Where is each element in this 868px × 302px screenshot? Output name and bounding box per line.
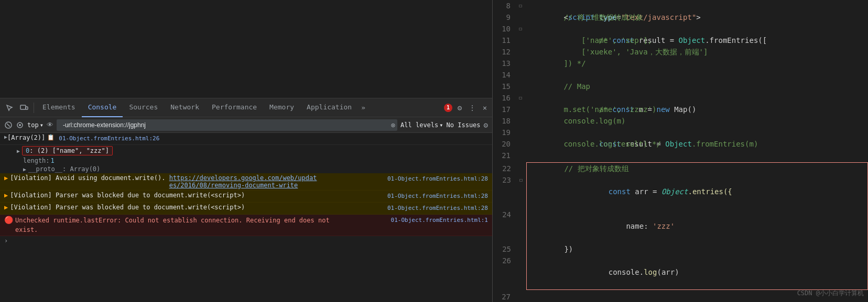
violation-text-1: [Violation] Avoid using document.write()…	[10, 174, 169, 182]
item-expand-arrow[interactable]: ▶	[17, 148, 20, 154]
code-line-15: 15 // Map	[493, 81, 868, 92]
tab-network[interactable]: Network	[164, 98, 205, 117]
toolbar-right: 1 ⚙ ⋮ ×	[444, 103, 490, 113]
settings-icon[interactable]: ⚙	[454, 103, 465, 113]
filter-input[interactable]	[59, 119, 391, 131]
violation-icon-3: ▶	[4, 204, 8, 211]
filter-input-container: ⊗	[57, 119, 397, 131]
tab-console[interactable]: Console	[82, 98, 123, 117]
code-line-23: 23 ◻ const arr = Object.entries({	[493, 174, 867, 209]
console-cursor: ›	[0, 236, 492, 245]
no-issues-button[interactable]: No Issues	[447, 121, 481, 129]
code-line-19: 19 const result = Object.fromEntries(m)	[493, 127, 868, 138]
highlight-section: 22 // 把对象转成数组 23 ◻ const arr = Object.en…	[526, 162, 868, 290]
code-line-24: 24 name: 'zzz'	[493, 209, 867, 243]
violation-text-3: [Violation] Parser was blocked due to do…	[10, 204, 245, 211]
error-location[interactable]: 01-Object.fromEntries.html:1	[391, 216, 488, 225]
violation-location-3[interactable]: 01-Object.fromEntries.html:28	[387, 204, 488, 213]
filter-icon[interactable]	[16, 121, 24, 129]
violation-link[interactable]: https://developers.google.com/web/update…	[169, 174, 317, 189]
top-code-preview	[0, 0, 492, 98]
violation-icon-2: ▶	[4, 192, 8, 199]
code-line-8: 8 ◻ <script type="text/javascript">	[493, 0, 868, 12]
array-item-highlighted: 0: (2) ["name", "zzz"]	[22, 146, 113, 155]
close-devtools-icon[interactable]: ×	[480, 103, 490, 113]
console-toolbar: top ▾ 👁 ⊗ All levels ▾ No Issues ⚙	[0, 117, 492, 133]
violation-location-1[interactable]: 01-Object.fromEntries.html:28	[387, 174, 488, 184]
tab-sources[interactable]: Sources	[123, 98, 164, 117]
array-item-0: ▶ 0: (2) ["name", "zzz"]	[13, 145, 492, 156]
console-content: ▶ [Array(2)] 📋 01-Object.fromEntries.htm…	[0, 133, 492, 302]
code-line-14: 14	[493, 69, 868, 81]
proto-expand-arrow[interactable]: ▶	[23, 166, 26, 172]
code-line-10: 10 ◻ /* const result = Object.fromEntrie…	[493, 23, 868, 35]
svg-line-3	[7, 124, 10, 127]
code-line-22: 22 // 把对象转成数组	[493, 163, 867, 174]
violation-text-2: [Violation] Parser was blocked due to do…	[10, 192, 245, 199]
code-line-12: 12 ['xueke', 'Java，大数据，前端']	[493, 46, 868, 58]
code-line-16: 16 ◻ /* const m = new Map()	[493, 92, 868, 104]
error-circle-icon: 🔴	[4, 216, 13, 224]
eye-icon[interactable]: 👁	[47, 121, 53, 129]
array-length: length: 1	[13, 156, 492, 165]
console-violation-3: ▶ [Violation] Parser was blocked due to …	[0, 203, 492, 215]
devtools-panel: Elements Console Sources Network Perform…	[0, 0, 493, 302]
devtools-left-icons	[2, 103, 31, 113]
array-expanded-content: ▶ 0: (2) ["name", "zzz"] length: 1 ▶ __p…	[0, 145, 492, 173]
svg-point-5	[19, 124, 21, 126]
console-settings-icon[interactable]: ⚙	[484, 121, 488, 129]
array-proto: ▶ __proto__: Array(0)	[13, 165, 492, 173]
console-violation-2: ▶ [Violation] Parser was blocked due to …	[0, 191, 492, 203]
svg-rect-0	[20, 105, 26, 109]
console-violation-1: ▶ [Violation] Avoid using document.write…	[0, 173, 492, 191]
console-entry-array: ▶ [Array(2)] 📋 01-Object.fromEntries.htm…	[0, 133, 492, 145]
tab-performance[interactable]: Performance	[205, 98, 263, 117]
violation-location-2[interactable]: 01-Object.fromEntries.html:28	[387, 192, 488, 201]
filter-clear-icon[interactable]: ⊗	[391, 121, 395, 129]
code-line-20: 20 console.log(result) */	[493, 138, 868, 150]
code-line-18: 18 console.log(m)	[493, 115, 868, 127]
tab-application[interactable]: Application	[300, 98, 358, 117]
watermark: CSDN @小小白学计算机	[797, 289, 864, 298]
more-options-icon[interactable]: ⋮	[467, 103, 478, 113]
code-line-25: 25 })	[493, 243, 867, 255]
devtools-toolbar: Elements Console Sources Network Perform…	[0, 98, 492, 117]
console-error-entry: 🔴 Unchecked runtime.lastError: Could not…	[0, 215, 492, 236]
inspect-icon[interactable]	[4, 103, 15, 113]
array-header-text: [Array(2)]	[7, 134, 45, 141]
violation-icon-1: ▶	[4, 174, 8, 182]
code-line-9: 9 // 将二维数组转成对象	[493, 12, 868, 23]
error-count-dot: 1	[444, 104, 452, 112]
tab-more[interactable]: »	[358, 104, 368, 111]
log-levels-button[interactable]: All levels ▾	[400, 121, 443, 129]
tab-elements[interactable]: Elements	[36, 98, 82, 117]
toolbar-divider	[34, 103, 34, 113]
tab-memory[interactable]: Memory	[263, 98, 300, 117]
code-lines: 8 ◻ <script type="text/javascript"> 9 //…	[493, 0, 868, 302]
array-location[interactable]: 01-Object.fromEntries.html:26	[59, 134, 159, 143]
top-context-selector[interactable]: top ▾	[27, 121, 44, 129]
responsive-icon[interactable]	[19, 103, 29, 113]
svg-rect-1	[26, 107, 28, 109]
error-message: Unchecked runtime.lastError: Could not e…	[15, 216, 387, 234]
code-line-11: 11 ['name', 'zep'],	[493, 35, 868, 46]
devtools-tabs: Elements Console Sources Network Perform…	[36, 98, 444, 117]
error-badge[interactable]: 1	[444, 104, 452, 112]
code-editor-panel: 8 ◻ <script type="text/javascript"> 9 //…	[493, 0, 868, 302]
code-line-13: 13 ]) */	[493, 58, 868, 69]
code-line-21: 21	[493, 150, 868, 161]
array-expand-icon[interactable]: 📋	[47, 134, 55, 141]
code-line-26: 26 console.log(arr)	[493, 255, 867, 289]
cursor-prompt-icon: ›	[4, 237, 8, 244]
code-line-17: 17 m.set('name', 'zzzz')	[493, 104, 868, 115]
clear-console-button[interactable]	[4, 121, 13, 129]
